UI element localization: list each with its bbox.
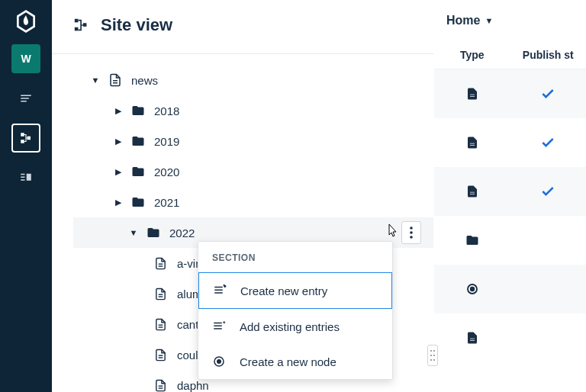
svg-rect-3: [21, 101, 27, 102]
svg-point-30: [471, 288, 475, 291]
tree-node-2019[interactable]: ▶ 2019: [73, 126, 433, 156]
tree-label: daphn: [177, 379, 209, 392]
breadcrumb-label: Home: [446, 14, 480, 27]
tree-label: 2021: [154, 196, 179, 209]
menu-item-label: Add existing entries: [240, 320, 340, 333]
svg-point-17: [410, 231, 413, 234]
nav-list-icon[interactable]: [11, 84, 40, 113]
table-row[interactable]: [434, 167, 586, 216]
svg-rect-1: [21, 95, 31, 97]
page-icon: [108, 72, 124, 88]
table-row[interactable]: [434, 265, 586, 313]
chevron-down-icon: ▼: [89, 76, 102, 85]
table-row[interactable]: [434, 118, 586, 167]
col-type: Type: [434, 49, 510, 61]
nav-tree-icon[interactable]: [11, 124, 40, 153]
svg-rect-5: [27, 137, 31, 140]
svg-rect-8: [21, 177, 24, 178]
folder-icon: [131, 103, 146, 118]
tree-icon: [73, 17, 90, 34]
check-icon: [510, 86, 587, 101]
type-node-icon: [434, 282, 510, 296]
menu-create-node[interactable]: Create a new node: [198, 344, 392, 379]
page-icon: [154, 316, 169, 332]
chevron-right-icon: ▶: [111, 198, 125, 207]
table-row[interactable]: [434, 216, 586, 265]
menu-item-label: Create a new node: [240, 355, 336, 368]
svg-rect-4: [21, 133, 24, 137]
context-menu: SECTION Create new entry Add existing en…: [198, 241, 393, 380]
tree-node-2018[interactable]: ▶ 2018: [73, 95, 433, 126]
table-row[interactable]: [434, 69, 586, 118]
create-entry-icon: [213, 284, 227, 297]
nav-content-icon[interactable]: [11, 163, 40, 192]
table-header: Type Publish st: [434, 41, 586, 69]
menu-create-entry[interactable]: Create new entry: [198, 272, 392, 309]
tree-label: 2018: [154, 104, 179, 117]
svg-point-18: [410, 236, 413, 239]
tree-node-news[interactable]: ▼ news: [73, 65, 433, 95]
svg-point-37: [430, 359, 432, 361]
svg-point-33: [430, 350, 432, 352]
create-node-icon: [212, 355, 226, 368]
tree-node-2021[interactable]: ▶ 2021: [73, 187, 433, 217]
svg-point-32: [217, 360, 221, 364]
type-page-icon: [434, 87, 510, 101]
svg-point-16: [410, 227, 413, 230]
add-existing-icon: [212, 320, 226, 333]
svg-point-36: [433, 355, 435, 356]
type-page-icon: [434, 185, 510, 198]
right-panel: Home ▼ Type Publish st: [433, 0, 586, 392]
col-publish: Publish st: [510, 49, 587, 61]
tree-label: 2020: [154, 165, 179, 178]
check-icon: [510, 135, 587, 150]
breadcrumb[interactable]: Home ▼: [434, 0, 586, 41]
svg-rect-7: [21, 174, 24, 175]
menu-section-label: SECTION: [198, 242, 392, 272]
page-icon: [154, 378, 169, 392]
folder-icon: [131, 164, 146, 179]
chevron-right-icon: ▶: [111, 167, 125, 177]
type-page-icon: [434, 136, 510, 149]
tree-node-2020[interactable]: ▶ 2020: [73, 156, 433, 187]
svg-rect-13: [75, 27, 79, 31]
panel-resize-handle[interactable]: [427, 345, 438, 366]
svg-point-35: [430, 355, 432, 356]
folder-icon: [131, 133, 146, 149]
header: Site view: [52, 0, 433, 54]
caret-down-icon: ▼: [485, 16, 493, 25]
folder-icon: [146, 225, 162, 240]
chevron-down-icon: ▼: [127, 228, 140, 237]
chevron-right-icon: ▶: [111, 137, 125, 146]
left-nav: W: [0, 0, 52, 392]
page-icon: [154, 255, 169, 271]
svg-rect-9: [21, 179, 24, 181]
tree-label: 2019: [154, 135, 179, 148]
svg-rect-2: [21, 98, 29, 99]
tree-label: news: [131, 74, 158, 87]
menu-item-label: Create new entry: [240, 284, 327, 297]
menu-add-existing[interactable]: Add existing entries: [198, 309, 392, 344]
page-icon: [154, 347, 169, 362]
page-icon: [154, 286, 169, 301]
svg-point-38: [433, 359, 435, 361]
svg-rect-6: [21, 140, 24, 143]
folder-icon: [131, 194, 146, 210]
table-row[interactable]: [434, 313, 586, 362]
tree-label: 2022: [169, 227, 195, 239]
svg-point-34: [433, 350, 435, 352]
check-icon: [510, 184, 587, 199]
type-folder-icon: [434, 233, 510, 247]
app-logo: [14, 9, 38, 34]
chevron-right-icon: ▶: [111, 106, 125, 116]
svg-rect-12: [83, 23, 87, 27]
type-page-icon: [434, 331, 510, 345]
table-body: [434, 69, 586, 362]
workspace-button[interactable]: W: [11, 44, 40, 73]
svg-rect-11: [75, 19, 79, 23]
page-title: Site view: [101, 15, 172, 35]
more-actions-button[interactable]: [401, 221, 421, 244]
svg-rect-10: [27, 174, 31, 181]
